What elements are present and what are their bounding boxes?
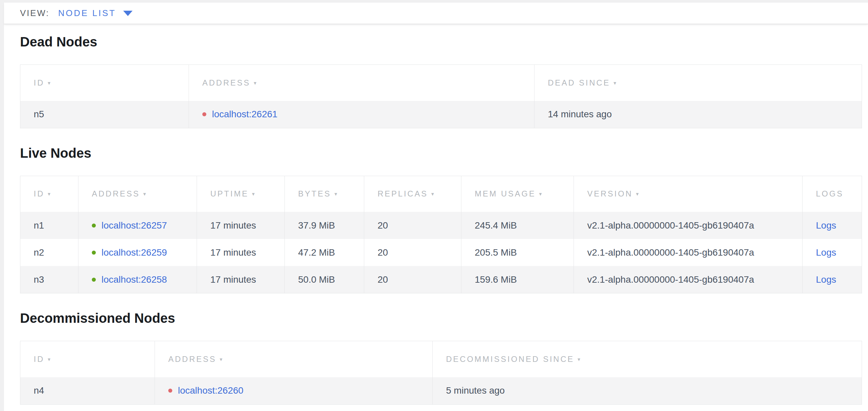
node-address-link[interactable]: localhost:26259 xyxy=(101,247,167,258)
view-label: VIEW: xyxy=(20,8,50,19)
logs-cell: Logs xyxy=(803,239,862,266)
sort-arrow-icon: ▾ xyxy=(48,191,52,197)
node-address-cell: localhost:26260 xyxy=(155,377,433,405)
node-address-link[interactable]: localhost:26257 xyxy=(101,220,167,231)
table-row: n4 localhost:26260 5 minutes ago xyxy=(20,377,862,405)
logs-link[interactable]: Logs xyxy=(816,247,836,258)
dead-nodes-header-row: ID▾ ADDRESS▾ DEAD SINCE▾ xyxy=(20,65,862,101)
bytes-cell: 37.9 MiB xyxy=(285,212,364,239)
logs-cell: Logs xyxy=(803,266,862,293)
view-dropdown[interactable]: NODE LIST xyxy=(58,8,132,19)
bytes-cell: 50.0 MiB xyxy=(285,266,364,293)
live-nodes-table: ID▾ ADDRESS▾ UPTIME▾ BYTES▾ REPLICAS▾ ME… xyxy=(20,176,862,294)
sort-arrow-icon: ▾ xyxy=(431,191,435,197)
logs-link[interactable]: Logs xyxy=(816,274,836,285)
live-status-dot-icon xyxy=(92,251,96,255)
column-header-address[interactable]: ADDRESS▾ xyxy=(189,65,534,101)
decommissioned-status-dot-icon xyxy=(168,389,172,392)
column-header-id[interactable]: ID▾ xyxy=(20,176,79,212)
live-nodes-header-row: ID▾ ADDRESS▾ UPTIME▾ BYTES▾ REPLICAS▾ ME… xyxy=(20,176,862,212)
uptime-cell: 17 minutes xyxy=(197,212,285,239)
column-header-mem-usage[interactable]: MEM USAGE▾ xyxy=(461,176,574,212)
bytes-cell: 47.2 MiB xyxy=(285,239,364,266)
node-address-cell: localhost:26259 xyxy=(79,239,197,266)
node-address-link[interactable]: localhost:26261 xyxy=(212,109,277,120)
node-id-cell: n1 xyxy=(20,212,79,239)
version-cell: v2.1-alpha.00000000-1405-gb6190407a xyxy=(574,239,803,266)
replicas-cell: 20 xyxy=(364,239,461,266)
sort-arrow-icon: ▾ xyxy=(539,191,543,197)
decommissioned-nodes-table: ID▾ ADDRESS▾ DECOMMISSIONED SINCE▾ n4 lo… xyxy=(20,341,862,405)
dead-nodes-title: Dead Nodes xyxy=(20,34,862,50)
node-id-cell: n2 xyxy=(20,239,79,266)
mem-usage-cell: 159.6 MiB xyxy=(461,266,574,293)
decommissioned-since-cell: 5 minutes ago xyxy=(433,377,862,405)
node-address-cell: localhost:26258 xyxy=(79,266,197,293)
sort-arrow-icon: ▾ xyxy=(254,80,258,86)
dead-status-dot-icon xyxy=(202,112,206,116)
live-status-dot-icon xyxy=(92,278,96,282)
uptime-cell: 17 minutes xyxy=(197,266,285,293)
view-bar: VIEW: NODE LIST xyxy=(4,3,868,24)
column-header-version[interactable]: VERSION▾ xyxy=(574,176,803,212)
column-header-decommissioned-since[interactable]: DECOMMISSIONED SINCE▾ xyxy=(433,341,862,377)
column-header-replicas[interactable]: REPLICAS▾ xyxy=(364,176,461,212)
dropdown-caret-icon xyxy=(123,11,132,16)
table-row: n5 localhost:26261 14 minutes ago xyxy=(20,101,862,128)
dead-since-cell: 14 minutes ago xyxy=(534,101,862,128)
node-address-link[interactable]: localhost:26260 xyxy=(178,385,243,396)
logs-link[interactable]: Logs xyxy=(816,220,836,231)
sort-arrow-icon: ▾ xyxy=(143,191,147,197)
column-header-id[interactable]: ID▾ xyxy=(20,341,155,377)
column-header-dead-since[interactable]: DEAD SINCE▾ xyxy=(534,65,862,101)
column-header-address[interactable]: ADDRESS▾ xyxy=(79,176,197,212)
decommissioned-nodes-title: Decommissioned Nodes xyxy=(20,310,862,326)
live-nodes-title: Live Nodes xyxy=(20,145,862,161)
logs-cell: Logs xyxy=(803,212,862,239)
node-id-cell: n3 xyxy=(20,266,79,293)
sort-arrow-icon: ▾ xyxy=(48,80,52,86)
sort-arrow-icon: ▾ xyxy=(252,191,256,197)
sort-arrow-icon: ▾ xyxy=(335,191,339,197)
dead-nodes-table: ID▾ ADDRESS▾ DEAD SINCE▾ n5 localhost:26… xyxy=(20,64,862,128)
column-header-uptime[interactable]: UPTIME▾ xyxy=(197,176,285,212)
uptime-cell: 17 minutes xyxy=(197,239,285,266)
replicas-cell: 20 xyxy=(364,266,461,293)
node-id-cell: n5 xyxy=(20,101,189,128)
live-status-dot-icon xyxy=(92,224,96,228)
node-id-cell: n4 xyxy=(20,377,155,405)
table-row: n2 localhost:26259 17 minutes 47.2 MiB 2… xyxy=(20,239,862,266)
node-address-cell: localhost:26261 xyxy=(189,101,534,128)
version-cell: v2.1-alpha.00000000-1405-gb6190407a xyxy=(574,266,803,293)
table-row: n1 localhost:26257 17 minutes 37.9 MiB 2… xyxy=(20,212,862,239)
column-header-bytes[interactable]: BYTES▾ xyxy=(285,176,364,212)
table-row: n3 localhost:26258 17 minutes 50.0 MiB 2… xyxy=(20,266,862,293)
view-dropdown-value[interactable]: NODE LIST xyxy=(58,8,116,19)
sort-arrow-icon: ▾ xyxy=(220,356,224,362)
node-list-page: Dead Nodes ID▾ ADDRESS▾ DEAD SINCE▾ n5 l… xyxy=(4,24,868,411)
column-header-logs: LOGS xyxy=(803,176,862,212)
replicas-cell: 20 xyxy=(364,212,461,239)
sort-arrow-icon: ▾ xyxy=(614,80,618,86)
node-address-cell: localhost:26257 xyxy=(79,212,197,239)
column-header-id[interactable]: ID▾ xyxy=(20,65,189,101)
node-address-link[interactable]: localhost:26258 xyxy=(101,274,167,285)
sort-arrow-icon: ▾ xyxy=(48,356,52,362)
decommissioned-nodes-header-row: ID▾ ADDRESS▾ DECOMMISSIONED SINCE▾ xyxy=(20,341,862,377)
sort-arrow-icon: ▾ xyxy=(636,191,640,197)
sort-arrow-icon: ▾ xyxy=(578,356,582,362)
column-header-address[interactable]: ADDRESS▾ xyxy=(155,341,433,377)
mem-usage-cell: 205.5 MiB xyxy=(461,239,574,266)
version-cell: v2.1-alpha.00000000-1405-gb6190407a xyxy=(574,212,803,239)
mem-usage-cell: 245.4 MiB xyxy=(461,212,574,239)
